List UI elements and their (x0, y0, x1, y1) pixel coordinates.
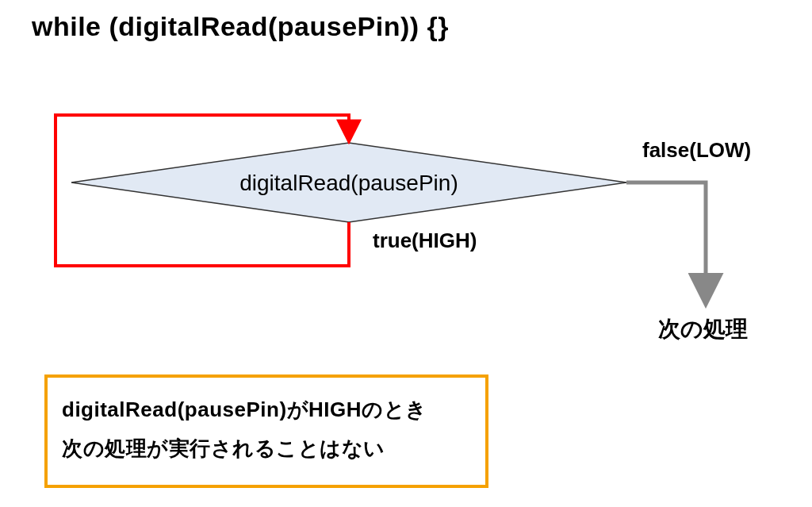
decision-diamond: digitalRead(pausePin) (71, 143, 626, 222)
diamond-text: digitalRead(pausePin) (239, 171, 458, 195)
annotation-line-2: 次の処理が実行されることはない (62, 429, 471, 468)
false-arrow (626, 182, 706, 302)
false-label: false(LOW) (642, 138, 751, 162)
diagram-canvas: while (digitalRead(pausePin)) {} digital… (0, 0, 812, 507)
next-step-label: 次の処理 (658, 317, 748, 341)
annotation-box: digitalRead(pausePin)がHIGHのとき 次の処理が実行される… (44, 374, 488, 488)
annotation-line-1: digitalRead(pausePin)がHIGHのとき (62, 390, 471, 429)
true-label: true(HIGH) (373, 229, 477, 252)
